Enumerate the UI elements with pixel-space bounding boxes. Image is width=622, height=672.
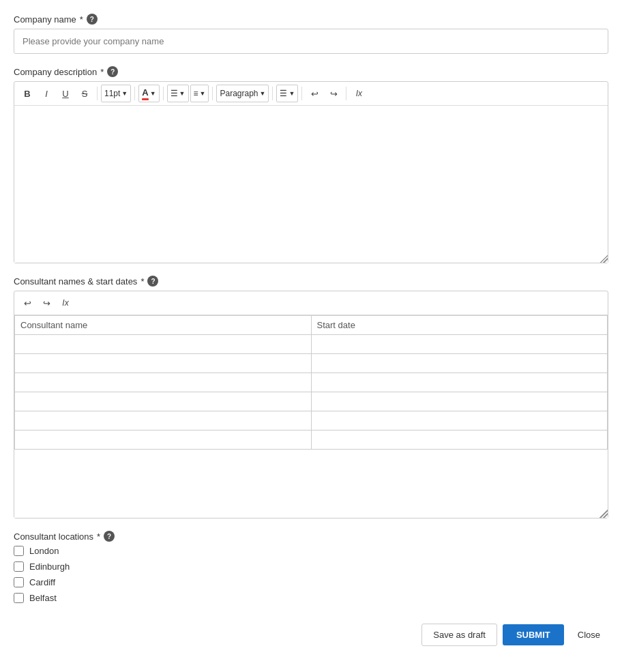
italic-button[interactable]: I [38,85,55,102]
company-name-label: Company name* ? [14,14,608,25]
consultant-name-cell[interactable] [15,392,312,411]
align-dropdown[interactable]: ☰ ▼ [276,85,298,102]
consultant-table-wrapper: Consultant name Start date [14,315,608,450]
location-cardiff-label: Cardiff [29,577,55,587]
location-london[interactable]: London [14,546,608,556]
font-color-arrow: ▼ [150,90,156,97]
ordered-list-icon: ≡ [194,89,198,98]
close-button[interactable]: Close [569,624,608,645]
col-header-name: Consultant name [15,316,312,335]
location-belfast-checkbox[interactable] [14,593,24,603]
company-description-label: Company description* ? [14,66,608,77]
location-london-label: London [29,546,59,556]
table-row[interactable] [15,373,608,392]
redo-button[interactable]: ↪ [325,85,342,102]
consultant-names-editor: ↩ ↪ Ix Consultant name Start date [14,291,608,518]
bold-button[interactable]: B [18,85,36,102]
consultant-undo-button[interactable]: ↩ [18,294,36,312]
location-london-checkbox[interactable] [14,546,24,556]
consultant-name-cell[interactable] [15,335,312,354]
start-date-cell[interactable] [311,373,608,392]
table-row[interactable] [15,392,608,411]
location-cardiff-checkbox[interactable] [14,577,24,587]
start-date-cell[interactable] [311,430,608,450]
description-toolbar: B I U S 11pt ▼ A ▼ ☰ ▼ ≡ ▼ [14,82,608,106]
table-row[interactable] [15,335,608,354]
save-draft-button[interactable]: Save as draft [421,624,497,646]
paragraph-arrow: ▼ [260,90,266,97]
location-belfast[interactable]: Belfast [14,593,608,603]
consultant-extra-area[interactable] [14,450,608,518]
locations-checkbox-group: LondonEdinburghCardiffBelfast [14,546,608,603]
toolbar-divider-6 [301,87,302,100]
company-description-help-icon[interactable]: ? [107,66,118,77]
company-name-help-icon[interactable]: ? [87,14,98,25]
toolbar-divider-4 [212,87,213,100]
location-edinburgh-checkbox[interactable] [14,561,24,572]
start-date-cell[interactable] [311,392,608,411]
consultant-redo-button[interactable]: ↪ [38,294,55,312]
start-date-cell[interactable] [311,354,608,373]
ordered-list-dropdown[interactable]: ≡ ▼ [190,85,209,102]
resize-handle[interactable] [599,254,608,263]
consultant-toolbar: ↩ ↪ Ix [14,291,608,315]
toolbar-divider-5 [272,87,273,100]
start-date-cell[interactable] [311,411,608,430]
clear-format-button[interactable]: Ix [350,85,368,102]
unordered-list-icon: ☰ [171,89,178,98]
company-description-section: Company description* ? B I U S 11pt ▼ A … [14,66,608,263]
consultant-name-cell[interactable] [15,373,312,392]
underline-button[interactable]: U [57,85,74,102]
font-size-dropdown[interactable]: 11pt ▼ [101,85,131,102]
toolbar-divider-3 [163,87,164,100]
start-date-cell[interactable] [311,335,608,354]
paragraph-dropdown[interactable]: Paragraph ▼ [216,85,269,102]
table-row[interactable] [15,430,608,450]
table-row[interactable] [15,411,608,430]
location-belfast-label: Belfast [29,593,57,603]
toolbar-divider-7 [346,87,346,100]
consultant-locations-help-icon[interactable]: ? [104,531,115,542]
strikethrough-button[interactable]: S [76,85,93,102]
undo-button[interactable]: ↩ [306,85,323,102]
submit-button[interactable]: SUBMIT [503,624,564,645]
location-edinburgh[interactable]: Edinburgh [14,561,608,572]
consultant-names-help-icon[interactable]: ? [147,276,158,287]
consultant-names-label: Consultant names & start dates* ? [14,276,608,287]
consultant-table: Consultant name Start date [14,315,608,450]
consultant-locations-label: Consultant locations* ? [14,531,608,542]
ul-arrow: ▼ [179,90,186,97]
company-name-input[interactable] [14,29,608,54]
align-icon: ☰ [280,89,287,98]
consultant-names-section: Consultant names & start dates* ? ↩ ↪ Ix… [14,276,608,518]
unordered-list-dropdown[interactable]: ☰ ▼ [167,85,189,102]
location-cardiff[interactable]: Cardiff [14,577,608,587]
form-actions: Save as draft SUBMIT Close [14,624,608,646]
align-arrow: ▼ [288,90,295,97]
company-name-section: Company name* ? [14,14,608,54]
consultant-name-cell[interactable] [15,411,312,430]
consultant-name-cell[interactable] [15,430,312,450]
col-header-date: Start date [311,316,608,335]
consultant-clear-format-button[interactable]: Ix [57,294,74,312]
consultant-locations-section: Consultant locations* ? LondonEdinburghC… [14,531,608,603]
company-description-editor: B I U S 11pt ▼ A ▼ ☰ ▼ ≡ ▼ [14,81,608,263]
location-edinburgh-label: Edinburgh [29,561,70,572]
font-size-arrow: ▼ [121,90,128,97]
table-row[interactable] [15,354,608,373]
description-editor-area[interactable] [14,106,608,263]
font-color-icon: A [142,87,148,100]
toolbar-divider-2 [134,87,135,100]
toolbar-divider-1 [97,87,98,100]
font-color-dropdown[interactable]: A ▼ [138,85,159,102]
table-header-row: Consultant name Start date [15,316,608,335]
consultant-name-cell[interactable] [15,354,312,373]
consultant-resize-handle[interactable] [599,510,608,518]
ol-arrow: ▼ [200,90,206,97]
